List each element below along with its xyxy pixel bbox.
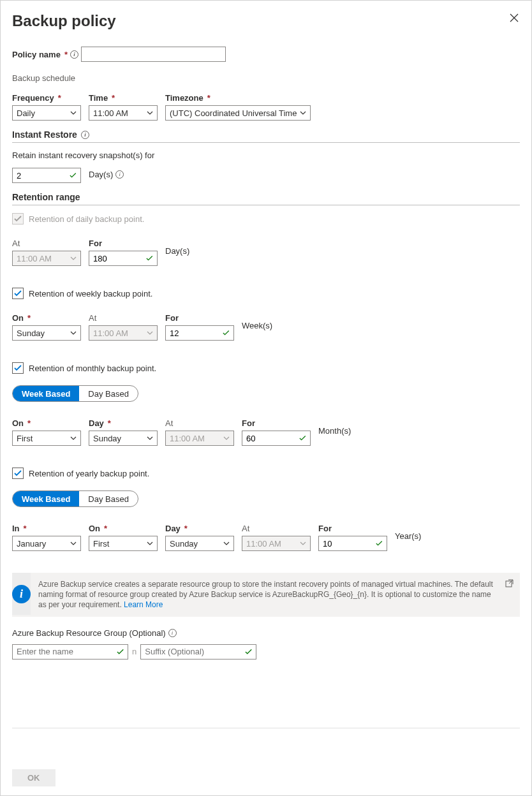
svg-line-3 [509,580,513,584]
monthly-on-select[interactable]: First [12,431,81,446]
weekly-retention-checkbox[interactable] [12,288,24,299]
check-icon [70,172,77,179]
info-icon[interactable]: i [168,629,177,637]
check-icon [14,364,22,372]
rg-separator: n [132,647,137,656]
chevron-down-icon [147,330,153,336]
weekly-for-input[interactable] [165,325,234,341]
info-box: i Azure Backup service creates a separat… [12,573,520,617]
rg-suffix-input[interactable] [145,647,245,656]
daily-retention-checkbox [12,213,24,225]
weekly-on-select[interactable]: Sunday [12,325,81,341]
yearly-day-label: Day* [165,524,234,533]
close-icon [510,13,519,22]
daily-retention-label: Retention of daily backup point. [29,214,144,224]
yearly-retention-checkbox[interactable] [12,468,24,479]
monthly-day-select[interactable]: Sunday [89,431,158,446]
check-icon [376,540,383,547]
snapshot-days-unit: Day(s) [89,170,113,179]
info-icon[interactable]: i [70,50,78,59]
monthly-on-label: On* [12,418,81,428]
monthly-at-label: At [165,418,234,428]
monthly-for-input[interactable] [242,431,311,446]
daily-unit: Day(s) [165,246,189,258]
chevron-down-icon [147,435,153,441]
yearly-basis-toggle[interactable]: Week Based Day Based [12,490,138,507]
weekly-at-label: At [89,313,158,323]
yearly-unit: Year(s) [395,531,421,543]
weekly-for-label: For [165,313,234,323]
chevron-down-icon [147,540,153,547]
learn-more-link[interactable]: Learn More [124,600,163,609]
info-icon: i [12,585,31,603]
monthly-basis-toggle[interactable]: Week Based Day Based [12,385,138,402]
backup-schedule-heading: Backup schedule [12,73,75,83]
monthly-week-based-pill[interactable]: Week Based [13,386,79,401]
page-title: Backup policy [12,12,116,30]
daily-at-label: At [12,239,81,248]
chevron-down-icon [70,330,77,336]
monthly-unit: Month(s) [318,426,351,438]
policy-name-input[interactable] [81,47,226,62]
chevron-down-icon [70,435,77,441]
chevron-down-icon [70,255,77,262]
check-icon [299,434,306,442]
time-label: Time* [89,93,158,103]
yearly-in-label: In* [12,524,81,533]
info-badge: i [12,573,31,615]
snapshot-days-input[interactable] [12,168,81,183]
frequency-label: Frequency* [12,93,81,103]
chevron-down-icon [70,540,77,547]
weekly-retention-label: Retention of weekly backup point. [29,289,152,298]
yearly-day-select[interactable]: Sunday [165,536,234,551]
instant-restore-title: Instant Restore i [12,129,520,140]
weekly-at-select: 11:00 AM [89,325,158,341]
rg-label: Azure Backup Resource Group (Optional) i [12,628,177,638]
timezone-label: Timezone* [165,93,311,103]
close-button[interactable] [508,12,520,26]
rg-suffix-input-wrap[interactable] [140,644,256,660]
time-select[interactable]: 11:00 AM [89,105,158,121]
yearly-on-label: On* [89,524,158,533]
check-icon [223,329,230,337]
yearly-day-based-pill[interactable]: Day Based [79,491,138,506]
rg-name-input[interactable] [17,647,117,656]
yearly-week-based-pill[interactable]: Week Based [13,491,79,506]
monthly-day-based-pill[interactable]: Day Based [79,386,138,401]
info-icon[interactable]: i [115,170,124,179]
yearly-in-select[interactable]: January [12,536,81,551]
monthly-day-label: Day* [89,418,158,428]
weekly-unit: Week(s) [242,321,272,333]
chevron-down-icon [70,110,77,116]
chevron-down-icon [300,110,306,116]
check-icon [14,469,22,477]
daily-for-label: For [89,239,158,248]
yearly-for-input[interactable] [318,536,387,551]
retention-range-title: Retention range [12,192,520,202]
chevron-down-icon [223,540,230,547]
monthly-retention-label: Retention of monthly backup point. [29,364,156,373]
yearly-on-select[interactable]: First [89,536,158,551]
info-icon[interactable]: i [81,131,89,139]
chevron-down-icon [300,540,306,547]
monthly-at-select: 11:00 AM [165,431,234,446]
daily-at-select: 11:00 AM [12,251,81,266]
retain-snapshot-label: Retain instant recovery snapshot(s) for [12,151,520,160]
yearly-retention-label: Retention of yearly backup point. [29,469,149,478]
check-icon [117,648,124,656]
monthly-for-label: For [242,418,311,428]
policy-name-label: Policy name* i [12,50,78,59]
external-link-icon[interactable] [505,579,514,589]
yearly-at-select: 11:00 AM [242,536,311,551]
chevron-down-icon [223,435,230,441]
monthly-retention-checkbox[interactable] [12,362,24,374]
yearly-at-label: At [242,524,311,533]
weekly-on-label: On* [12,313,81,323]
check-icon [146,254,153,262]
check-icon [245,648,252,656]
rg-name-input-wrap[interactable] [12,644,128,660]
frequency-select[interactable]: Daily [12,105,81,121]
timezone-select[interactable]: (UTC) Coordinated Universal Time [165,105,311,121]
ok-button[interactable]: OK [12,769,55,786]
daily-for-input[interactable] [89,251,158,266]
